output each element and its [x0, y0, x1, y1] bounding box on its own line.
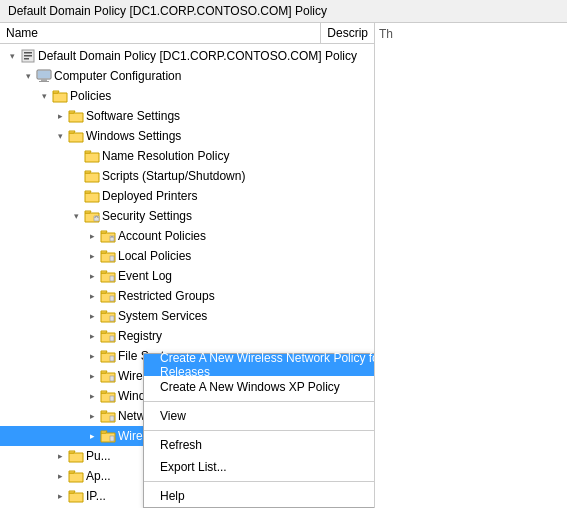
network-list-icon	[100, 408, 116, 424]
event-log-icon	[100, 268, 116, 284]
expand-local-policies[interactable]	[84, 248, 100, 264]
tree-item-event-log[interactable]: Event Log	[0, 266, 374, 286]
svg-rect-6	[41, 79, 47, 81]
tree-label-policies: Policies	[70, 89, 111, 103]
name-column-header: Name	[0, 23, 321, 43]
computer-icon	[36, 68, 52, 84]
tree-item-security-settings[interactable]: Security Settings	[0, 206, 374, 226]
tree-item-software-settings[interactable]: Software Settings	[0, 106, 374, 126]
security-settings-icon	[84, 208, 100, 224]
svg-rect-16	[110, 376, 114, 381]
context-menu-view[interactable]: View	[144, 405, 375, 427]
expand-account-policies[interactable]	[84, 228, 100, 244]
tree-label-local-policies: Local Policies	[118, 249, 191, 263]
expand-system-services[interactable]	[84, 308, 100, 324]
tree-item-account-policies[interactable]: Account Policies	[0, 226, 374, 246]
expand-file-system[interactable]	[84, 348, 100, 364]
tree-label-system-services: System Services	[118, 309, 207, 323]
expand-restricted-groups[interactable]	[84, 288, 100, 304]
expand-root[interactable]	[4, 48, 20, 64]
context-menu-sep2	[144, 430, 375, 431]
expand-computer-config[interactable]	[20, 68, 36, 84]
content-panel: Th	[375, 23, 567, 508]
expand-network-list[interactable]	[84, 408, 100, 424]
system-services-icon	[100, 308, 116, 324]
tree-item-computer-config[interactable]: Computer Configuration	[0, 66, 374, 86]
svg-rect-9	[110, 236, 114, 241]
svg-rect-17	[110, 396, 114, 401]
tree-item-name-resolution[interactable]: Name Resolution Policy	[0, 146, 374, 166]
scripts-folder-icon	[84, 168, 100, 184]
tree-label-root: Default Domain Policy [DC1.CORP.CONTOSO.…	[38, 49, 357, 63]
tree-label-scripts: Scripts (Startup/Shutdown)	[102, 169, 245, 183]
local-policies-icon	[100, 248, 116, 264]
expand-wireless-network[interactable]	[84, 428, 100, 444]
tree-label-account-policies: Account Policies	[118, 229, 206, 243]
context-menu-help[interactable]: Help	[144, 485, 375, 507]
policy-icon	[20, 48, 36, 64]
context-menu-export[interactable]: Export List...	[144, 456, 375, 478]
tree-item-deployed-printers[interactable]: Deployed Printers	[0, 186, 374, 206]
svg-rect-11	[110, 276, 114, 281]
tree-label-event-log: Event Log	[118, 269, 172, 283]
expand-ip[interactable]	[52, 488, 68, 504]
tree-item-registry[interactable]: Registry	[0, 326, 374, 346]
context-menu-create-xp[interactable]: Create A New Windows XP Policy	[144, 376, 375, 398]
svg-rect-13	[110, 316, 114, 321]
expand-windows-firewall[interactable]	[84, 388, 100, 404]
windows-folder-icon	[68, 128, 84, 144]
pub-folder-icon	[68, 448, 84, 464]
tree-item-windows-settings[interactable]: Windows Settings	[0, 126, 374, 146]
printers-folder-icon	[84, 188, 100, 204]
expand-app[interactable]	[52, 468, 68, 484]
tree-item-policies[interactable]: Policies	[0, 86, 374, 106]
tree-item-root[interactable]: Default Domain Policy [DC1.CORP.CONTOSO.…	[0, 46, 374, 66]
expand-event-log[interactable]	[84, 268, 100, 284]
expand-pub[interactable]	[52, 448, 68, 464]
wired-network-icon	[100, 368, 116, 384]
tree-item-system-services[interactable]: System Services	[0, 306, 374, 326]
context-menu: Create A New Wireless Network Policy for…	[143, 353, 375, 508]
expand-wired-network[interactable]	[84, 368, 100, 384]
expand-security-settings[interactable]	[68, 208, 84, 224]
desc-column-header: Descrip	[321, 23, 374, 43]
svg-rect-5	[38, 71, 50, 78]
tree-label-deployed-printers: Deployed Printers	[102, 189, 197, 203]
restricted-groups-icon	[100, 288, 116, 304]
tree-label-computer-config: Computer Configuration	[54, 69, 181, 83]
svg-rect-2	[24, 55, 32, 57]
tree-item-restricted-groups[interactable]: Restricted Groups	[0, 286, 374, 306]
app-folder-icon	[68, 468, 84, 484]
tree-item-local-policies[interactable]: Local Policies	[0, 246, 374, 266]
svg-rect-12	[110, 296, 114, 301]
tree-label-registry: Registry	[118, 329, 162, 343]
tree-label-app: Ap...	[86, 469, 111, 483]
tree-panel: Name Descrip Default Domain Policy [DC1.…	[0, 23, 375, 508]
context-menu-refresh[interactable]: Refresh	[144, 434, 375, 456]
file-system-icon	[100, 348, 116, 364]
ip-folder-icon	[68, 488, 84, 504]
svg-rect-18	[110, 416, 114, 421]
title-bar: Default Domain Policy [DC1.CORP.CONTOSO.…	[0, 0, 567, 23]
tree-label-restricted-groups: Restricted Groups	[118, 289, 215, 303]
svg-rect-1	[24, 52, 32, 54]
context-menu-sep3	[144, 481, 375, 482]
windows-firewall-icon	[100, 388, 116, 404]
tree-label-pub: Pu...	[86, 449, 111, 463]
registry-icon	[100, 328, 116, 344]
svg-rect-3	[24, 58, 29, 60]
tree-label-software-settings: Software Settings	[86, 109, 180, 123]
tree-label-ip: IP...	[86, 489, 106, 503]
tree-label-windows-settings: Windows Settings	[86, 129, 181, 143]
expand-policies[interactable]	[36, 88, 52, 104]
expand-registry[interactable]	[84, 328, 100, 344]
context-menu-create-vista[interactable]: Create A New Wireless Network Policy for…	[144, 354, 375, 376]
expand-windows-settings[interactable]	[52, 128, 68, 144]
tree-item-scripts[interactable]: Scripts (Startup/Shutdown)	[0, 166, 374, 186]
name-res-folder-icon	[84, 148, 100, 164]
policies-folder-icon	[52, 88, 68, 104]
svg-rect-19	[110, 436, 114, 441]
svg-rect-14	[110, 336, 114, 341]
context-menu-sep1	[144, 401, 375, 402]
expand-software-settings[interactable]	[52, 108, 68, 124]
